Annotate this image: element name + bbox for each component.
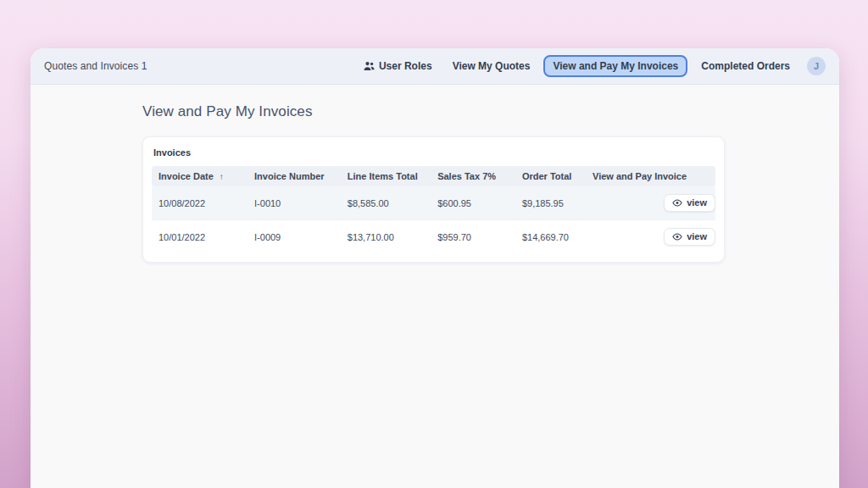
table-row: 10/01/2022 I-0009 $13,710.00 $959.70 $14… <box>152 220 715 254</box>
nav-item-label: User Roles <box>379 60 432 72</box>
cell-invoice-date: 10/01/2022 <box>152 220 248 254</box>
user-avatar[interactable]: J <box>807 57 826 75</box>
view-button-label: view <box>687 231 707 241</box>
view-invoice-button[interactable]: view <box>664 194 715 212</box>
column-header-view-and-pay-invoice: View and Pay Invoice <box>586 166 715 186</box>
cell-line-items-total: $13,710.00 <box>341 220 431 254</box>
column-header-invoice-date[interactable]: Invoice Date↑ <box>152 166 248 186</box>
invoices-table: Invoice Date↑ Invoice Number Line Items … <box>152 166 715 253</box>
nav-item-label: Completed Orders <box>701 60 790 72</box>
nav-menu: User Roles View My Quotes View and Pay M… <box>357 55 826 77</box>
page-title: View and Pay My Invoices <box>142 103 839 120</box>
column-header-line-items-total[interactable]: Line Items Total <box>341 166 431 186</box>
view-button-label: view <box>687 197 707 208</box>
column-header-invoice-number[interactable]: Invoice Number <box>248 166 341 186</box>
cell-line-items-total: $8,585.00 <box>341 186 431 220</box>
invoices-card: Invoices Invoice Date↑ Invoice Number Li… <box>142 136 725 263</box>
main-content: View and Pay My Invoices Invoices Invoic… <box>31 85 839 263</box>
cell-invoice-number: I-0010 <box>248 186 341 220</box>
nav-item-label: View and Pay My Invoices <box>553 60 678 72</box>
cell-invoice-number: I-0009 <box>248 220 341 254</box>
table-header-row: Invoice Date↑ Invoice Number Line Items … <box>152 166 715 186</box>
nav-item-user-roles[interactable]: User Roles <box>357 55 439 77</box>
view-invoice-button[interactable]: view <box>664 228 715 246</box>
cell-sales-tax: $600.95 <box>431 186 515 220</box>
app-title: Quotes and Invoices 1 <box>44 60 147 72</box>
avatar-initial: J <box>814 61 819 71</box>
app-window: Quotes and Invoices 1 User Roles View My… <box>31 48 839 488</box>
nav-item-label: View My Quotes <box>453 60 531 72</box>
eye-icon <box>672 233 682 241</box>
nav-item-view-and-pay-my-invoices[interactable]: View and Pay My Invoices <box>543 55 687 77</box>
users-icon <box>364 61 375 71</box>
sort-ascending-icon[interactable]: ↑ <box>220 172 224 181</box>
cell-invoice-date: 10/08/2022 <box>152 186 248 220</box>
cell-order-total: $14,669.70 <box>515 220 586 254</box>
table-row: 10/08/2022 I-0010 $8,585.00 $600.95 $9,1… <box>152 186 715 220</box>
invoices-card-title: Invoices <box>153 147 715 158</box>
nav-item-view-my-quotes[interactable]: View My Quotes <box>446 55 537 77</box>
column-header-order-total[interactable]: Order Total <box>515 166 586 186</box>
cell-action: view <box>586 220 715 254</box>
cell-action: view <box>586 186 715 220</box>
top-navbar: Quotes and Invoices 1 User Roles View My… <box>31 48 839 85</box>
nav-item-completed-orders[interactable]: Completed Orders <box>694 55 797 77</box>
cell-sales-tax: $959.70 <box>431 220 515 254</box>
eye-icon <box>672 199 682 207</box>
column-header-sales-tax[interactable]: Sales Tax 7% <box>431 166 515 186</box>
cell-order-total: $9,185.95 <box>515 186 586 220</box>
